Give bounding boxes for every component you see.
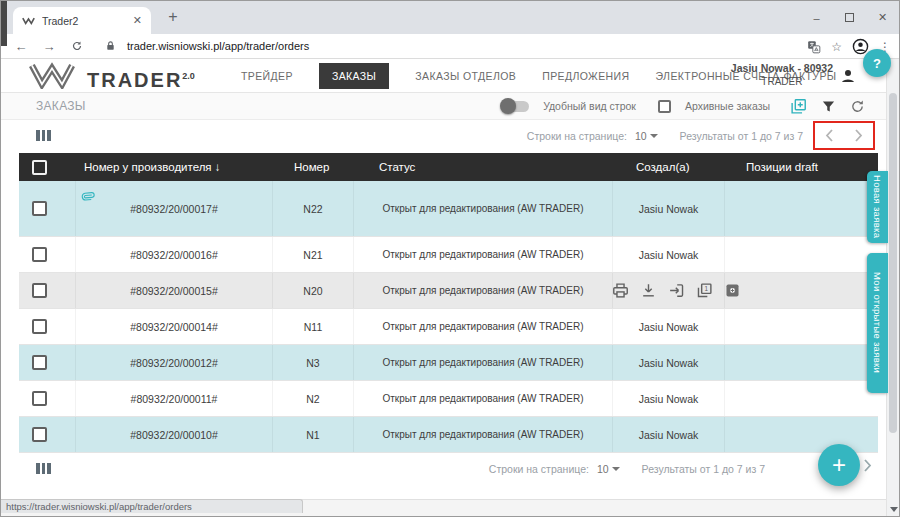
translate-icon[interactable] bbox=[807, 40, 821, 54]
row-checkbox[interactable] bbox=[32, 283, 47, 298]
table-row[interactable]: #80932/20/00011#N2Открыт для редактирова… bbox=[19, 381, 878, 417]
window-minimize-button[interactable]: – bbox=[800, 1, 833, 34]
cell-number: N3 bbox=[273, 345, 354, 380]
user-info[interactable]: Jasiu Nowak - 80932 TRADER bbox=[731, 62, 833, 87]
cell-number: N20 bbox=[273, 273, 354, 308]
browser-tab[interactable]: Trader2 ✕ bbox=[13, 7, 151, 34]
cell-number: N1 bbox=[273, 417, 354, 452]
side-tab-new-order[interactable]: Новая заявка bbox=[867, 171, 888, 243]
pagination-top: Строки на странице: 10 Результаты от 1 д… bbox=[1, 120, 887, 151]
row-checkbox[interactable] bbox=[32, 391, 47, 406]
col-header-status[interactable]: Статус bbox=[354, 161, 613, 173]
wisniowski-logo-icon bbox=[29, 62, 75, 89]
table-row[interactable]: #80932/20/00012#N3Открыт для редактирова… bbox=[19, 345, 878, 381]
cell-draft-positions bbox=[725, 273, 878, 308]
next-page-icon[interactable] bbox=[864, 459, 872, 472]
pagination-bottom: Строки на странице: 10 Результаты от 1 д… bbox=[1, 453, 887, 484]
nav-item-1[interactable]: ЗАКАЗЫ bbox=[319, 63, 389, 89]
col-header-creator[interactable]: Создал(а) bbox=[613, 161, 725, 173]
page-title: ЗАКАЗЫ bbox=[36, 99, 86, 113]
brand-logo: TRADER2.0 bbox=[29, 62, 195, 94]
app-header: TRADER2.0 ТРЕЙДЕРЗАКАЗЫЗАКАЗЫ ОТДЕЛОВПРЕ… bbox=[1, 59, 899, 93]
print-icon[interactable] bbox=[612, 282, 629, 299]
col-header-manufacturer-number[interactable]: Номер у производителя ↓ bbox=[76, 161, 273, 173]
col-header-number[interactable]: Номер bbox=[273, 161, 354, 173]
url-field[interactable]: trader.wisniowski.pl/app/trader/orders bbox=[127, 40, 309, 52]
table-body: #80932/20/00017#N22Открыт для редактиров… bbox=[19, 181, 878, 453]
forward-icon[interactable]: → bbox=[37, 39, 61, 54]
help-button[interactable]: ? bbox=[863, 49, 891, 77]
duplicate-one-icon[interactable]: 1 bbox=[696, 282, 713, 299]
open-in-icon[interactable] bbox=[668, 282, 685, 299]
results-count: Результаты от 1 до 7 из 7 bbox=[680, 130, 803, 142]
bookmark-star-icon[interactable]: ☆ bbox=[831, 40, 842, 54]
row-checkbox[interactable] bbox=[32, 201, 47, 216]
cell-manufacturer-number: #80932/20/00011# bbox=[76, 381, 273, 416]
reload-icon[interactable] bbox=[65, 40, 89, 52]
table-row[interactable]: #80932/20/00014#N11Открыт для редактиров… bbox=[19, 309, 878, 345]
cell-creator: Jasiu Nowak bbox=[613, 181, 725, 236]
column-settings-icon[interactable] bbox=[36, 463, 51, 474]
row-checkbox-cell bbox=[19, 237, 76, 272]
cell-number: N2 bbox=[273, 381, 354, 416]
chevron-down-icon bbox=[612, 467, 620, 471]
tab-close-icon[interactable]: ✕ bbox=[133, 14, 142, 27]
padlock-icon[interactable] bbox=[105, 40, 116, 52]
window-maximize-button[interactable] bbox=[833, 1, 866, 34]
refresh-icon[interactable] bbox=[850, 99, 865, 114]
table-row[interactable]: #80932/20/00015#N20Открыт для редактиров… bbox=[19, 273, 878, 309]
col-header-draft-positions[interactable]: Позиции draft bbox=[725, 161, 878, 173]
row-checkbox[interactable] bbox=[32, 427, 47, 442]
nav-item-2[interactable]: ЗАКАЗЫ ОТДЕЛОВ bbox=[415, 70, 516, 82]
download-icon[interactable] bbox=[640, 282, 657, 299]
side-tab-my-open-orders[interactable]: Мои открытые заявки bbox=[867, 253, 888, 393]
cell-manufacturer-number: #80932/20/00017# bbox=[76, 181, 273, 236]
scrollbar-down-arrow-icon[interactable] bbox=[890, 507, 898, 512]
row-checkbox-cell bbox=[19, 381, 76, 416]
filter-icon[interactable] bbox=[821, 99, 836, 114]
archive-orders-checkbox[interactable] bbox=[658, 100, 671, 113]
rows-per-page-select[interactable]: 10 bbox=[597, 463, 620, 475]
back-icon[interactable]: ← bbox=[9, 39, 33, 54]
row-checkbox-cell bbox=[19, 417, 76, 452]
cell-number: N21 bbox=[273, 237, 354, 272]
add-order-button[interactable]: + bbox=[818, 444, 860, 486]
prev-page-icon[interactable] bbox=[825, 129, 833, 142]
cell-manufacturer-number: #80932/20/00012# bbox=[76, 345, 273, 380]
nav-item-3[interactable]: ПРЕДЛОЖЕНИЯ bbox=[542, 70, 629, 82]
cell-status: Открыт для редактирования (AW TRADER) bbox=[354, 273, 613, 308]
scrollbar-thumb[interactable] bbox=[889, 93, 897, 433]
brand-version: 2.0 bbox=[182, 71, 195, 81]
table-row[interactable]: #80932/20/00016#N21Открыт для редактиров… bbox=[19, 237, 878, 273]
row-checkbox[interactable] bbox=[32, 319, 47, 334]
cell-status: Открыт для редактирования (AW TRADER) bbox=[354, 309, 613, 344]
row-checkbox[interactable] bbox=[32, 355, 47, 370]
new-tab-button[interactable]: + bbox=[161, 5, 185, 29]
row-view-toggle-label: Удобный вид строк bbox=[543, 100, 636, 112]
nav-item-0[interactable]: ТРЕЙДЕР bbox=[241, 70, 293, 82]
cell-draft-positions bbox=[725, 417, 878, 452]
table-row[interactable]: #80932/20/00010#N1Открыт для редактирова… bbox=[19, 417, 878, 453]
status-link-tooltip: https://trader.wisniowski.pl/app/trader/… bbox=[1, 499, 303, 513]
row-checkbox[interactable] bbox=[32, 247, 47, 262]
chevron-down-icon bbox=[650, 134, 658, 138]
row-view-toggle[interactable] bbox=[502, 101, 529, 112]
next-page-icon[interactable] bbox=[855, 129, 863, 142]
select-all-checkbox[interactable] bbox=[19, 153, 76, 181]
table-row[interactable]: #80932/20/00017#N22Открыт для редактиров… bbox=[19, 181, 878, 237]
cell-creator: Jasiu Nowak bbox=[613, 381, 725, 416]
cell-status: Открыт для редактирования (AW TRADER) bbox=[354, 237, 613, 272]
cell-creator: Jasiu Nowak bbox=[613, 345, 725, 380]
add-multiple-icon[interactable] bbox=[790, 98, 807, 115]
cell-creator: Jasiu Nowak bbox=[613, 417, 725, 452]
window-close-button[interactable]: ✕ bbox=[866, 1, 899, 34]
column-settings-icon[interactable] bbox=[36, 130, 51, 141]
user-account-icon[interactable] bbox=[839, 67, 857, 85]
cell-creator: 1 bbox=[613, 273, 725, 308]
archive-icon[interactable] bbox=[724, 282, 741, 299]
row-checkbox-cell bbox=[19, 345, 76, 380]
background-window-edge bbox=[1, 1, 7, 46]
rows-per-page-select[interactable]: 10 bbox=[635, 130, 658, 142]
cell-manufacturer-number: #80932/20/00016# bbox=[76, 237, 273, 272]
cell-draft-positions bbox=[725, 181, 878, 236]
